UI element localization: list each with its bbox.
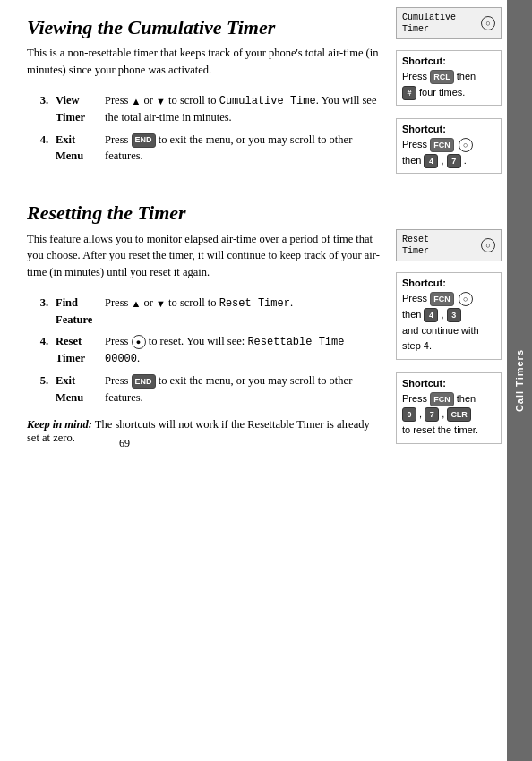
step-desc: Press ▲ or ▼ to scroll to Reset Timer. (101, 292, 382, 331)
table-row: 3. ViewTimer Press ▲ or ▼ to scroll to C… (27, 90, 382, 129)
shortcut2-content: Press FCN ○ then 4 , 7 . (402, 137, 495, 168)
section1-steps: 3. ViewTimer Press ▲ or ▼ to scroll to C… (27, 90, 382, 167)
step-desc: Press END to exit the menu, or you may s… (101, 370, 382, 409)
step-desc: Press ● to reset. You will see: Resettab… (101, 330, 382, 370)
shortcut1-four-times-label: four times. (419, 87, 465, 98)
shortcut2-box: Shortcut: Press FCN ○ then 4 , 7 . (396, 118, 502, 174)
page: Viewing the Cumulative Timer This is a n… (0, 0, 532, 761)
shortcut2-press-label: Press (402, 139, 430, 150)
step-desc: Press ▲ or ▼ to scroll to Cumulative Tim… (101, 90, 382, 129)
cumulative-timer-circle-icon: ○ (481, 16, 495, 30)
fcn-button[interactable]: FCN (430, 138, 454, 152)
fcn-button3[interactable]: FCN (430, 392, 454, 406)
shortcut1-press-label: Press (402, 71, 430, 81)
circle-select-icon: ○ (459, 138, 473, 152)
cumulative-time-label: Cumulative Time (219, 95, 316, 107)
shortcut2-then-label: then (402, 155, 424, 166)
shortcut3-continue-label: and continue with step 4. (402, 325, 479, 352)
shortcut3-content: Press FCN ○ then 4 , 3 and continue with… (402, 291, 495, 354)
shortcut2-sep: , (442, 155, 444, 166)
fcn-button2[interactable]: FCN (430, 292, 454, 306)
select-button: ● (132, 335, 146, 349)
cumulative-timer-box-label: CumulativeTimer (402, 12, 456, 35)
hash-button[interactable]: # (402, 86, 416, 100)
key4-button[interactable]: 4 (424, 154, 438, 168)
right-tab-label: Call Timers (514, 349, 525, 412)
reset-timer-circle-icon: ○ (481, 238, 495, 252)
shortcut2-period: . (464, 155, 467, 166)
rcl-button[interactable]: RCL (430, 70, 454, 84)
end-button: END (132, 133, 156, 148)
step-num: 5. (27, 370, 52, 409)
circle-icon2: ○ (459, 292, 473, 306)
section2-steps: 3. FindFeature Press ▲ or ▼ to scroll to… (27, 292, 382, 409)
shortcut3-then-label: then (402, 309, 424, 320)
shortcut1-title: Shortcut: (402, 56, 495, 66)
shortcut4-content: Press FCN then 0 , 7 , CLR to reset the … (402, 391, 495, 439)
shortcut4-box: Shortcut: Press FCN then 0 , 7 , CLR to … (396, 372, 502, 444)
key7-button[interactable]: 7 (447, 154, 461, 168)
sidebar-spacer (396, 186, 502, 222)
step-desc: Press END to exit the menu, or you may s… (101, 129, 382, 168)
reset-timer-box-label: ResetTimer (402, 234, 429, 257)
table-row: 4. ResetTimer Press ● to reset. You will… (27, 330, 382, 370)
shortcut4-sep2: , (442, 408, 444, 419)
step-label: ExitMenu (52, 370, 101, 409)
shortcut4-reset-label: to reset the timer. (402, 424, 478, 435)
step-label: ResetTimer (52, 330, 101, 370)
right-sidebar: CumulativeTimer ○ Shortcut: Press RCL th… (390, 0, 507, 761)
table-row: 4. ExitMenu Press END to exit the menu, … (27, 129, 382, 168)
step-label: FindFeature (52, 292, 101, 331)
section1-title: Viewing the Cumulative Timer (27, 16, 382, 39)
up-arrow-icon: ▲ (132, 296, 142, 312)
step-label: ViewTimer (52, 90, 101, 129)
shortcut2-title: Shortcut: (402, 124, 495, 134)
down-arrow-icon: ▼ (156, 296, 166, 312)
clr-button[interactable]: CLR (447, 407, 471, 422)
shortcut1-box: Shortcut: Press RCL then # four times. (396, 50, 502, 106)
left-content: Viewing the Cumulative Timer This is a n… (0, 0, 390, 461)
section1: Viewing the Cumulative Timer This is a n… (27, 16, 382, 167)
section2: Resetting the Timer This feature allows … (27, 201, 382, 445)
shortcut3-sep: , (442, 309, 444, 320)
reset-timer-label: Reset Timer (219, 297, 290, 310)
key4b-button[interactable]: 4 (424, 308, 438, 322)
key0-button[interactable]: 0 (402, 407, 416, 422)
section2-title: Resetting the Timer (27, 201, 382, 225)
reset-timer-feature-box: ResetTimer ○ (396, 229, 502, 261)
table-row: 5. ExitMenu Press END to exit the menu, … (27, 370, 382, 409)
key7b-button[interactable]: 7 (425, 407, 439, 422)
section1-intro: This is a non-resettable timer that keep… (27, 45, 382, 79)
shortcut3-press-label: Press (402, 293, 430, 304)
section2-intro: This feature allows you to monitor elaps… (27, 231, 382, 281)
shortcut3-box: Shortcut: Press FCN ○ then 4 , 3 and con… (396, 272, 502, 359)
right-tab: Call Timers (507, 0, 532, 761)
step-num: 3. (27, 90, 52, 129)
shortcut3-title: Shortcut: (402, 278, 495, 288)
down-arrow-icon: ▼ (156, 94, 166, 109)
table-row: 3. FindFeature Press ▲ or ▼ to scroll to… (27, 292, 382, 331)
cumulative-timer-feature-box: CumulativeTimer ○ (396, 7, 502, 39)
shortcut4-sep1: , (419, 408, 422, 419)
step-label: ExitMenu (52, 129, 101, 168)
step-num: 3. (27, 292, 52, 331)
shortcut4-title: Shortcut: (402, 378, 495, 389)
shortcut4-press-label: Press (402, 393, 430, 404)
page-number: 69 (0, 437, 249, 450)
shortcut1-content: Press RCL then # four times. (402, 69, 495, 100)
key3-button[interactable]: 3 (447, 308, 461, 322)
shortcut4-then-label: then (457, 393, 476, 404)
step-num: 4. (27, 330, 52, 370)
step-num: 4. (27, 129, 52, 168)
keep-in-mind-label: Keep in mind: (27, 418, 92, 431)
shortcut1-then-label: then (457, 71, 476, 81)
up-arrow-icon: ▲ (132, 94, 142, 109)
end-button: END (132, 374, 156, 389)
